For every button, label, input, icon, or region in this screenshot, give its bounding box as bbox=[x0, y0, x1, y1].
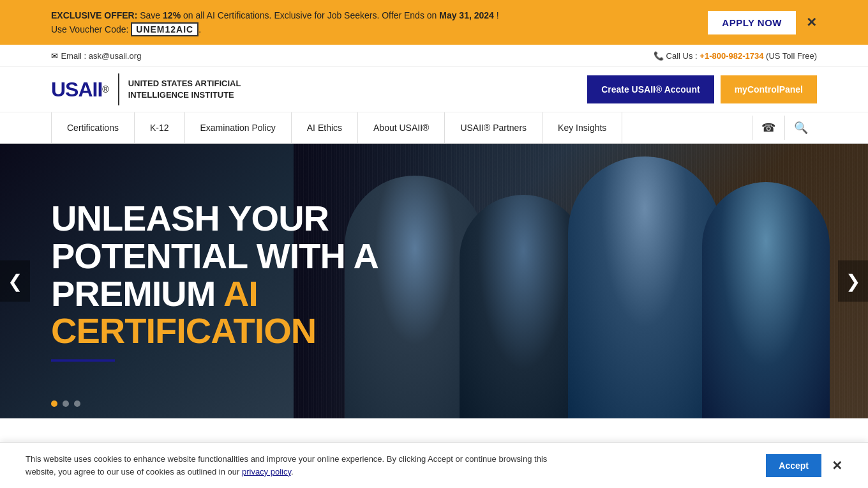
email-link[interactable]: Email : ask@usaii.org bbox=[61, 51, 141, 61]
logo-subtitle-line2: INTELLIGENCE INSTITUTE bbox=[128, 89, 241, 101]
banner-date: May 31, 2024 bbox=[439, 10, 494, 20]
hero-dots bbox=[51, 400, 80, 407]
banner-voucher-prefix: Use Voucher Code: bbox=[51, 24, 131, 34]
hero-content: UNLEASH YOUR POTENTIAL WITH A PREMIUM AI… bbox=[51, 200, 378, 362]
carousel-next-button[interactable]: ❯ bbox=[838, 261, 868, 302]
mail-icon bbox=[51, 50, 58, 61]
nav-link-k12[interactable]: K-12 bbox=[135, 112, 184, 143]
banner-text: EXCLUSIVE OFFER: Save 12% on all AI Cert… bbox=[51, 8, 499, 37]
banner-text1: Save bbox=[140, 10, 163, 20]
nav-item-about[interactable]: About USAII® bbox=[358, 112, 445, 143]
banner-text3: ! bbox=[497, 10, 499, 20]
hero-line1: UNLEASH YOUR bbox=[51, 200, 378, 238]
top-banner: EXCLUSIVE OFFER: Save 12% on all AI Cert… bbox=[0, 0, 868, 45]
nav-link-about[interactable]: About USAII® bbox=[358, 112, 444, 143]
nav-item-key-insights[interactable]: Key Insights bbox=[542, 112, 622, 143]
nav-link-key-insights[interactable]: Key Insights bbox=[542, 112, 622, 143]
hero-section: ❮ UNLEASH YOUR POTENTIAL WITH A PREMIUM … bbox=[0, 144, 868, 418]
logo-reg: ® bbox=[102, 84, 108, 94]
logo-subtitle-line1: UNITED STATES ARTIFICIAL bbox=[128, 78, 241, 89]
hero-person-4 bbox=[702, 182, 830, 418]
voucher-code: UNEM12AIC bbox=[131, 22, 198, 36]
search-icon: 🔍 bbox=[794, 121, 808, 134]
hero-line2: POTENTIAL WITH A bbox=[51, 238, 378, 275]
nav-links: Certifications K-12 Examination Policy A… bbox=[51, 112, 622, 143]
logo-divider bbox=[118, 73, 119, 105]
hero-line3: PREMIUM AI bbox=[51, 275, 378, 313]
phone-contact: Call Us : +1-800-982-1734 (US Toll Free) bbox=[654, 51, 817, 61]
banner-right: APPLY NOW ✕ bbox=[708, 11, 817, 34]
logo-text: USAII® bbox=[51, 78, 109, 102]
logo-area: USAII® UNITED STATES ARTIFICIAL INTELLIG… bbox=[51, 73, 241, 105]
phone-icon bbox=[654, 51, 664, 61]
carousel-dot-3[interactable] bbox=[74, 400, 80, 407]
contact-bar: Email : ask@usaii.org Call Us : +1-800-9… bbox=[0, 45, 868, 67]
nav-link-examination-policy[interactable]: Examination Policy bbox=[185, 112, 291, 143]
phone-nav-button[interactable]: ☎ bbox=[752, 116, 784, 140]
nav-item-partners[interactable]: USAII® Partners bbox=[445, 112, 542, 143]
banner-close-button[interactable]: ✕ bbox=[806, 15, 817, 30]
apply-now-button[interactable]: APPLY NOW bbox=[708, 11, 796, 34]
hero-certification-text: CERTIFICATION bbox=[51, 313, 378, 351]
search-nav-button[interactable]: 🔍 bbox=[784, 116, 817, 140]
hero-ai-text: AI bbox=[223, 273, 258, 314]
logo-subtitle: UNITED STATES ARTIFICIAL INTELLIGENCE IN… bbox=[128, 78, 241, 101]
phone-link[interactable]: +1-800-982-1734 bbox=[700, 51, 763, 61]
nav-item-k12[interactable]: K-12 bbox=[135, 112, 185, 143]
banner-prefix: EXCLUSIVE OFFER: bbox=[51, 10, 137, 20]
banner-voucher-suffix: . bbox=[198, 24, 201, 34]
carousel-prev-button[interactable]: ❮ bbox=[0, 261, 30, 302]
carousel-dot-1[interactable] bbox=[51, 400, 57, 407]
main-header: USAII® UNITED STATES ARTIFICIAL INTELLIG… bbox=[0, 67, 868, 112]
carousel-dot-2[interactable] bbox=[63, 400, 69, 407]
header-buttons: Create USAII® Account myControlPanel bbox=[587, 75, 817, 103]
banner-discount: 12% bbox=[163, 10, 181, 20]
create-account-button[interactable]: Create USAII® Account bbox=[587, 75, 714, 103]
phone-label: Call Us : bbox=[666, 51, 700, 61]
hero-person-3 bbox=[568, 156, 721, 418]
my-control-panel-button[interactable]: myControlPanel bbox=[721, 75, 817, 103]
email-contact: Email : ask@usaii.org bbox=[51, 50, 141, 61]
nav-link-ai-ethics[interactable]: AI Ethics bbox=[292, 112, 357, 143]
hero-people bbox=[294, 144, 868, 418]
nav-item-ai-ethics[interactable]: AI Ethics bbox=[292, 112, 358, 143]
phone-nav-icon: ☎ bbox=[761, 121, 775, 134]
banner-text2: on all AI Certifications. Exclusive for … bbox=[183, 10, 439, 20]
nav-icons: ☎ 🔍 bbox=[752, 116, 817, 140]
phone-suffix: (US Toll Free) bbox=[766, 51, 817, 61]
hero-line3-prefix: PREMIUM bbox=[51, 273, 223, 314]
nav-link-partners[interactable]: USAII® Partners bbox=[445, 112, 542, 143]
nav-item-certifications[interactable]: Certifications bbox=[51, 112, 135, 143]
main-nav: Certifications K-12 Examination Policy A… bbox=[0, 112, 868, 144]
nav-link-certifications[interactable]: Certifications bbox=[52, 112, 134, 143]
hero-underline bbox=[51, 360, 115, 362]
logo-main: USAII bbox=[51, 78, 102, 101]
nav-item-examination-policy[interactable]: Examination Policy bbox=[185, 112, 292, 143]
